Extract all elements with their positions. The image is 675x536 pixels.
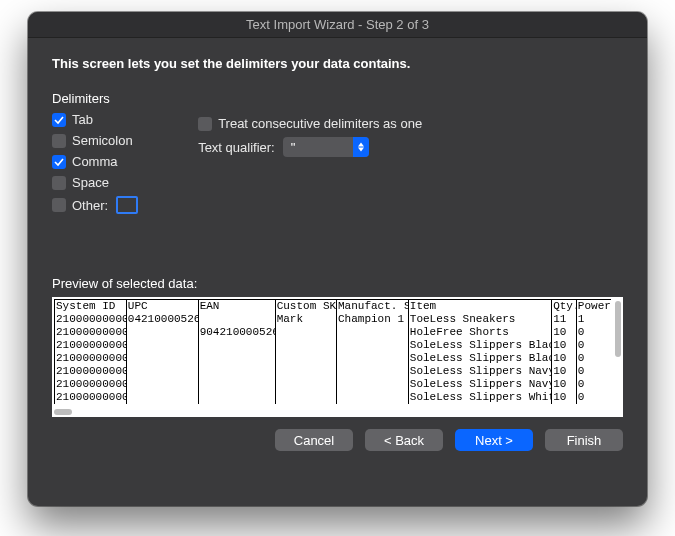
table-cell: 10 bbox=[551, 391, 576, 404]
button-row: Cancel < Back Next > Finish bbox=[52, 429, 623, 451]
table-cell: 210000000005 bbox=[54, 365, 126, 378]
table-cell: 11 bbox=[551, 313, 576, 326]
column-header: Manufact. SKU bbox=[336, 300, 408, 313]
table-cell: Mark bbox=[275, 313, 336, 326]
table-cell bbox=[198, 378, 275, 391]
column-header: Item bbox=[408, 300, 551, 313]
table-cell: ToeLess Sneakers bbox=[408, 313, 551, 326]
text-qualifier-value: " bbox=[291, 140, 296, 155]
treat-consecutive-checkbox[interactable] bbox=[198, 117, 212, 131]
next-button[interactable]: Next > bbox=[455, 429, 533, 451]
column-header: System ID bbox=[54, 300, 126, 313]
table-cell bbox=[336, 391, 408, 404]
space-checkbox[interactable] bbox=[52, 176, 66, 190]
delimiters-label: Delimiters bbox=[52, 91, 623, 106]
preview-grid: System IDUPCEANCustom SKUManufact. SKUIt… bbox=[54, 299, 611, 404]
table-cell: 210000000004 bbox=[54, 352, 126, 365]
horizontal-scrollbar[interactable] bbox=[54, 409, 72, 415]
check-icon bbox=[54, 115, 64, 125]
table-cell bbox=[198, 391, 275, 404]
vertical-scrollbar[interactable] bbox=[615, 301, 621, 357]
semicolon-label: Semicolon bbox=[72, 133, 133, 148]
preview-box[interactable]: System IDUPCEANCustom SKUManufact. SKUIt… bbox=[52, 297, 623, 417]
tab-checkbox[interactable] bbox=[52, 113, 66, 127]
table-cell bbox=[336, 352, 408, 365]
table-cell bbox=[275, 339, 336, 352]
table-cell: 210000000003 bbox=[54, 339, 126, 352]
semicolon-checkbox[interactable] bbox=[52, 134, 66, 148]
other-delimiter-input[interactable] bbox=[116, 196, 138, 214]
table-cell bbox=[275, 352, 336, 365]
text-qualifier-label: Text qualifier: bbox=[198, 140, 275, 155]
table-cell bbox=[126, 339, 198, 352]
table-row: 210000000004SoleLess Slippers Black 8.51… bbox=[54, 352, 611, 365]
column-header: Custom SKU bbox=[275, 300, 336, 313]
table-cell bbox=[198, 352, 275, 365]
table-cell: 10 bbox=[551, 326, 576, 339]
window-title: Text Import Wizard - Step 2 of 3 bbox=[246, 17, 429, 32]
finish-button[interactable]: Finish bbox=[545, 429, 623, 451]
other-checkbox[interactable] bbox=[52, 198, 66, 212]
table-cell: 042100005264 bbox=[126, 313, 198, 326]
table-cell: 10 bbox=[551, 365, 576, 378]
table-cell: SoleLess Slippers Black 8 bbox=[408, 339, 551, 352]
table-cell bbox=[126, 365, 198, 378]
window-titlebar: Text Import Wizard - Step 2 of 3 bbox=[28, 12, 647, 38]
cancel-button[interactable]: Cancel bbox=[275, 429, 353, 451]
table-cell: 10 bbox=[551, 339, 576, 352]
delimiters-group: Tab Semicolon Comma bbox=[52, 112, 138, 214]
table-row: 210000000005SoleLess Slippers Navy 8.510… bbox=[54, 365, 611, 378]
table-cell bbox=[336, 378, 408, 391]
table-cell: SoleLess Slippers Black 8.5 bbox=[408, 352, 551, 365]
table-cell: 210000000006 bbox=[54, 378, 126, 391]
table-cell bbox=[198, 339, 275, 352]
table-row: 210000000006SoleLess Slippers Navy 8100 bbox=[54, 378, 611, 391]
table-row: 210000000007SoleLess Slippers White 8100 bbox=[54, 391, 611, 404]
table-cell bbox=[336, 326, 408, 339]
tab-label: Tab bbox=[72, 112, 93, 127]
table-cell bbox=[198, 313, 275, 326]
table-cell bbox=[275, 326, 336, 339]
table-cell: SoleLess Slippers Navy 8 bbox=[408, 378, 551, 391]
wizard-heading: This screen lets you set the delimiters … bbox=[52, 56, 623, 71]
table-cell: 210000000007 bbox=[54, 391, 126, 404]
table-cell: 210000000002 bbox=[54, 326, 126, 339]
back-button[interactable]: < Back bbox=[365, 429, 443, 451]
table-cell: 0 bbox=[576, 391, 611, 404]
table-row: 210000000001042100005264MarkChampion 1To… bbox=[54, 313, 611, 326]
table-cell: 210000000001 bbox=[54, 313, 126, 326]
table-row: 210000000003SoleLess Slippers Black 8100 bbox=[54, 339, 611, 352]
table-cell: 0 bbox=[576, 326, 611, 339]
table-row: 2100000000029042100005264HoleFree Shorts… bbox=[54, 326, 611, 339]
table-cell bbox=[198, 365, 275, 378]
table-cell bbox=[126, 352, 198, 365]
table-cell: 10 bbox=[551, 352, 576, 365]
table-cell bbox=[336, 365, 408, 378]
table-cell: SoleLess Slippers Navy 8.5 bbox=[408, 365, 551, 378]
space-label: Space bbox=[72, 175, 109, 190]
comma-label: Comma bbox=[72, 154, 118, 169]
table-cell: 1 bbox=[576, 313, 611, 326]
wizard-window: Text Import Wizard - Step 2 of 3 This sc… bbox=[28, 12, 647, 506]
comma-checkbox[interactable] bbox=[52, 155, 66, 169]
column-header: Powerp bbox=[576, 300, 611, 313]
table-cell bbox=[275, 378, 336, 391]
table-cell bbox=[126, 391, 198, 404]
preview-label: Preview of selected data: bbox=[52, 276, 623, 291]
table-cell: 0 bbox=[576, 352, 611, 365]
column-header: UPC bbox=[126, 300, 198, 313]
table-cell bbox=[126, 378, 198, 391]
table-header-row: System IDUPCEANCustom SKUManufact. SKUIt… bbox=[54, 299, 611, 313]
table-cell bbox=[126, 326, 198, 339]
select-stepper-icon bbox=[353, 137, 369, 157]
table-cell: 0 bbox=[576, 365, 611, 378]
text-qualifier-select[interactable]: " bbox=[283, 137, 369, 157]
check-icon bbox=[54, 157, 64, 167]
table-cell: 9042100005264 bbox=[198, 326, 275, 339]
table-cell: SoleLess Slippers White 8 bbox=[408, 391, 551, 404]
table-cell bbox=[275, 365, 336, 378]
treat-consecutive-label: Treat consecutive delimiters as one bbox=[218, 116, 422, 131]
column-header: Qty. bbox=[551, 300, 576, 313]
table-cell: HoleFree Shorts bbox=[408, 326, 551, 339]
column-header: EAN bbox=[198, 300, 275, 313]
